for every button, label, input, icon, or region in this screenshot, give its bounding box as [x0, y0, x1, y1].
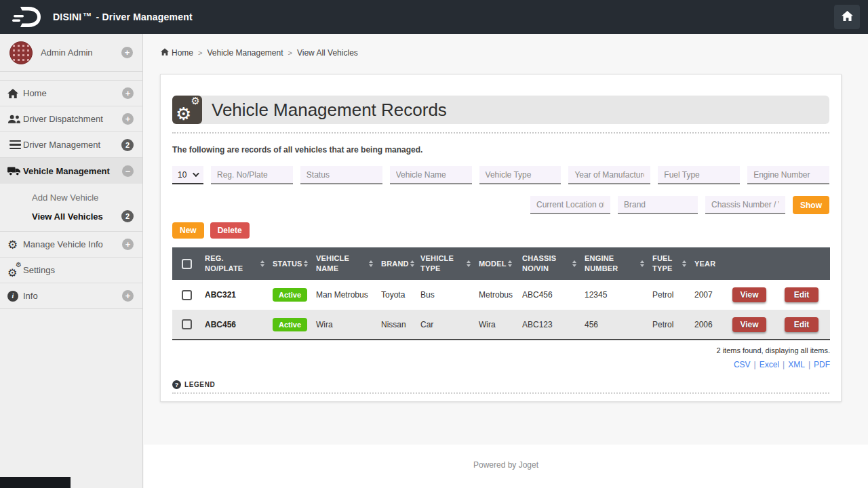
legend-label: LEGEND	[184, 381, 215, 388]
expand-plus-icon[interactable]: +	[122, 290, 134, 302]
brand-suffix: - Driver Management	[96, 12, 192, 22]
page-size-select[interactable]: 10	[172, 166, 203, 184]
column-header-engine[interactable]: ENGINE NUMBER	[585, 253, 634, 274]
expand-plus-icon[interactable]: +	[122, 113, 134, 125]
expand-plus-icon[interactable]: +	[122, 239, 134, 250]
column-header-name[interactable]: VEHICLE NAME	[316, 253, 363, 274]
table-header-row: REG. NO/PLATE STATUS VEHICLE NAME BRAND …	[172, 247, 830, 280]
vehicle-management-submenu: Add New Vehicle View All Vehicles 2	[0, 184, 142, 232]
truck-icon	[7, 166, 22, 176]
sidebar-subitem-label: Add New Vehicle	[32, 192, 134, 203]
sidebar-item-label: Manage Vehicle Info	[23, 239, 122, 249]
column-header-reg[interactable]: REG. NO/PLATE	[205, 253, 254, 274]
filter-reg-no-input[interactable]	[211, 166, 293, 184]
view-button[interactable]: View	[732, 287, 766, 302]
cell-engine: 12345	[580, 280, 648, 310]
filter-engine-number-input[interactable]	[747, 166, 829, 184]
sort-icon[interactable]	[369, 260, 373, 267]
export-links: CSV|Excel|XML|PDF	[172, 360, 830, 369]
filter-brand-input[interactable]	[618, 196, 698, 214]
sidebar-item-home[interactable]: Home +	[0, 81, 142, 106]
status-badge: Active	[273, 318, 307, 331]
page-footer: Powered by Joget	[144, 445, 868, 488]
sort-icon[interactable]	[508, 260, 512, 267]
column-header-year[interactable]: YEAR	[694, 259, 715, 269]
filter-year-of-manufacture-input[interactable]	[568, 166, 650, 184]
edit-button[interactable]: Edit	[785, 317, 818, 332]
sort-icon[interactable]	[682, 260, 686, 267]
filter-vehicle-type-input[interactable]	[479, 166, 561, 184]
navbar-home-button[interactable]	[834, 5, 860, 29]
powered-by-text: Powered by Joget	[144, 460, 868, 470]
main-content: Home > Vehicle Management > View All Veh…	[144, 34, 868, 488]
sidebar-item-driver-management[interactable]: Driver Management 2	[0, 132, 142, 158]
sort-icon[interactable]	[410, 260, 414, 267]
sidebar-item-vehicle-management[interactable]: Vehicle Management −	[0, 158, 142, 184]
sort-icon[interactable]	[304, 260, 308, 267]
cell-chassis: ABC123	[518, 310, 580, 340]
export-csv-link[interactable]: CSV	[734, 360, 751, 369]
count-badge: 2	[121, 210, 134, 222]
filter-row-2: Show	[172, 196, 829, 214]
sidebar-item-driver-dispatchment[interactable]: Driver Dispatchment +	[0, 106, 142, 132]
home-icon	[161, 48, 169, 58]
view-button[interactable]: View	[732, 317, 766, 332]
expand-plus-icon[interactable]: +	[122, 87, 134, 99]
sidebar-item-label: Info	[23, 291, 122, 301]
breadcrumb-view-all-vehicles[interactable]: View All Vehicles	[297, 48, 358, 58]
sort-icon[interactable]	[640, 260, 644, 267]
row-checkbox[interactable]	[182, 290, 192, 300]
filter-fuel-type-input[interactable]	[658, 166, 740, 184]
user-block[interactable]: Admin Admin +	[0, 34, 142, 72]
column-header-status[interactable]: STATUS	[273, 259, 302, 269]
brand-name: DISINI	[53, 12, 81, 22]
edit-button[interactable]: Edit	[785, 287, 818, 302]
collapse-minus-icon[interactable]: −	[122, 165, 134, 177]
row-checkbox[interactable]	[182, 319, 192, 329]
cell-fuel: Petrol	[648, 310, 690, 340]
cell-brand: Nissan	[377, 310, 416, 340]
delete-button[interactable]: Delete	[210, 222, 250, 239]
new-button[interactable]: New	[172, 222, 204, 239]
select-all-checkbox[interactable]	[182, 259, 192, 269]
status-bar	[0, 477, 71, 488]
sidebar-item-settings[interactable]: ⚙⚙ Settings	[0, 258, 142, 283]
sidebar-item-info[interactable]: i Info +	[0, 283, 142, 309]
sort-icon[interactable]	[260, 260, 264, 267]
breadcrumb-home[interactable]: Home	[161, 48, 193, 58]
column-header-model[interactable]: MODEL	[479, 259, 507, 269]
export-xml-link[interactable]: XML	[788, 360, 805, 369]
cell-chassis: ABC456	[518, 280, 580, 310]
brand-logo-icon	[12, 5, 43, 28]
sidebar-subitem-add-new-vehicle[interactable]: Add New Vehicle	[0, 188, 142, 207]
column-header-type[interactable]: VEHICLE TYPE	[420, 253, 460, 274]
table-row[interactable]: ABC321 Active Man Metrobus Toyota Bus Me…	[172, 280, 830, 310]
vehicles-table: REG. NO/PLATE STATUS VEHICLE NAME BRAND …	[172, 247, 830, 340]
sort-icon[interactable]	[572, 260, 576, 267]
filter-current-location-input[interactable]	[530, 196, 610, 214]
breadcrumb-vehicle-management[interactable]: Vehicle Management	[207, 48, 283, 58]
page-title: Vehicle Management Records	[212, 100, 447, 121]
gears-icon: ⚙⚙	[7, 264, 22, 277]
filter-chassis-number-input[interactable]	[705, 196, 785, 214]
sort-icon[interactable]	[467, 260, 471, 267]
column-header-brand[interactable]: BRAND	[381, 259, 409, 269]
filter-status-input[interactable]	[300, 166, 382, 184]
sidebar-item-manage-vehicle-info[interactable]: ⚙ Manage Vehicle Info +	[0, 232, 142, 258]
column-header-fuel[interactable]: FUEL TYPE	[652, 253, 676, 274]
chevron-down-icon	[193, 170, 199, 177]
count-badge: 2	[121, 139, 134, 151]
table-summary: 2 items found, displaying all items.	[172, 346, 830, 354]
export-pdf-link[interactable]: PDF	[814, 360, 830, 369]
column-header-chassis[interactable]: CHASSIS NO/VIN	[522, 253, 566, 274]
sidebar-item-label: Vehicle Management	[23, 166, 122, 176]
table-row[interactable]: ABC456 Active Wira Nissan Car Wira ABC12…	[172, 310, 830, 340]
filter-vehicle-name-input[interactable]	[390, 166, 472, 184]
show-button[interactable]: Show	[793, 196, 829, 214]
sidebar-subitem-view-all-vehicles[interactable]: View All Vehicles 2	[0, 207, 142, 226]
expand-plus-icon[interactable]: +	[121, 47, 133, 58]
export-excel-link[interactable]: Excel	[760, 360, 779, 369]
gear-icon: ⚙	[7, 238, 22, 251]
cell-type: Car	[416, 310, 475, 340]
gears-icon: ⚙ ⚙	[172, 96, 202, 124]
